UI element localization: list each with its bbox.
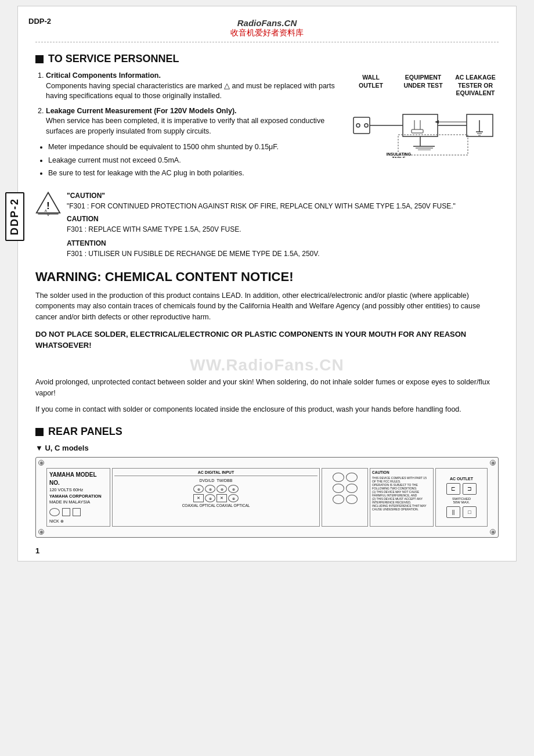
warning-triangle-icon: ! A V: [35, 190, 61, 216]
uc-models-label: U, C models: [35, 444, 499, 452]
panel-caution-block: CAUTION THIS DEVICE COMPLIES WITH PART 1…: [370, 468, 434, 527]
rear-panels-title: REAR PANELS: [35, 426, 499, 438]
tw-label: TW/DBB: [217, 478, 232, 483]
item2-heading: Leakage Current Measurement (For 120V Mo…: [46, 107, 237, 115]
attention-code: F301: [67, 250, 82, 258]
warning-para3: Avoid prolonged, unprotected contact bet…: [35, 377, 499, 399]
item2-text: When service has been completed, it is i…: [46, 117, 324, 135]
conn7: ✕: [217, 494, 227, 502]
model-label-top: DDP-2: [28, 17, 51, 26]
panel-caution-text: THIS DEVICE COMPLIES WITH PART 15 OF THE…: [372, 476, 431, 511]
yamaha-voltage: 120 VOLTS 60Hz: [49, 487, 107, 494]
site-subtitle: 收音机爱好者资料库: [35, 28, 499, 38]
bullet-3: Be sure to test for leakage with the AC …: [48, 168, 336, 179]
ac-outlet-label: AC OUTLET: [450, 477, 473, 481]
outlet-socket1: ⊏: [446, 483, 460, 495]
warning-caps-text: DO NOT PLACE SOLDER, ELECTRICAL/ELECTRON…: [35, 329, 499, 351]
uc-models-text: U, C models: [45, 444, 88, 452]
yamaha-info-block: YAMAHA MODEL NO. 120 VOLTS 60Hz YAMAHA C…: [46, 468, 110, 527]
rear-panel-diagram: ⊕ ⊕ ⊕ ⊕ YAMAHA MODEL NO. 120 VOLTS 60Hz …: [35, 457, 499, 538]
rear-section-icon: [35, 428, 44, 436]
digital-input-block: AC DIGITAL INPUT DVD/LD TW/DBB ⊕ ⊕ ⊕ ⊕ ✕: [112, 468, 320, 527]
svg-rect-7: [412, 129, 423, 133]
dvd-label: DVD/LD: [200, 478, 215, 483]
ac-outlet-block: AC OUTLET ⊏ ⊐ SWITCHED50W MAX. || □: [435, 468, 488, 527]
list-item-2: Leakage Current Measurement (For 120V Mo…: [46, 106, 336, 137]
bullet-1: Meter impedance should be equivalent to …: [48, 142, 336, 153]
outlet-s4: □: [463, 506, 477, 518]
bullet-2: Leakage current must not exceed 0.5mA.: [48, 156, 336, 166]
jack1: [333, 473, 344, 482]
ac-outlet-spec: SWITCHED50W MAX.: [452, 497, 471, 504]
yamaha-origin: MADE IN MALAYSIA: [49, 499, 107, 506]
jack4: [346, 484, 358, 493]
jack3: [333, 484, 344, 493]
diag-label-tester: AC LEAKAGETESTER OREQUIVALENT: [455, 74, 496, 98]
warning-para4: If you come in contact with solder or co…: [35, 404, 499, 415]
page-header: RadioFans.CN 收音机爱好者资料库: [35, 18, 499, 42]
caution-quoted-text: "F301 : FOR CONTINUED PROTECTION AGAINST…: [67, 201, 456, 211]
diag-label-wall: WALLOUTLET: [351, 74, 391, 98]
conn5: ✕: [193, 494, 204, 502]
diagram-top-labels: WALLOUTLET EQUIPMENTUNDER TEST AC LEAKAG…: [351, 74, 496, 98]
jack2: [346, 473, 358, 482]
diag-label-eut: EQUIPMENTUNDER TEST: [403, 74, 443, 98]
warning-para1: The solder used in the production of thi…: [35, 290, 499, 323]
rear-panels-section: REAR PANELS U, C models ⊕ ⊕ ⊕ ⊕ YAMAHA M…: [35, 426, 499, 538]
conn4: ⊕: [228, 485, 239, 493]
outlet-s3: ||: [446, 506, 460, 518]
dvd-tw-row: DVD/LD TW/DBB: [114, 478, 317, 483]
caution-code: F301: [67, 225, 82, 233]
conn8: ⊕: [228, 494, 239, 502]
service-text-area: Critical Components Information. Compone…: [35, 71, 336, 183]
screw-tr: ⊕: [490, 460, 496, 466]
jack6: [346, 495, 358, 504]
bullet-list: Meter impedance should be equivalent to …: [35, 142, 336, 179]
attention-text: F301 : UTILISER UN FUSIBLE DE RECHANGE D…: [67, 249, 456, 259]
conn6: ⊕: [205, 494, 215, 502]
connector-sq2: [73, 508, 81, 516]
item1-text: Components having special characteristic…: [46, 82, 335, 100]
caution-block: ! A V "CAUTION" "F301 : FOR CONTINUED PR…: [35, 190, 499, 259]
screw-tl: ⊕: [38, 460, 44, 466]
caution-detail: : REPLACE WITH SAME TYPE 1.5A, 250V FUSE…: [85, 225, 241, 233]
svg-text:TABLE: TABLE: [392, 156, 406, 158]
connector-grid: ⊕ ⊕ ⊕ ⊕ ✕ ⊕ ✕ ⊕: [114, 485, 317, 502]
connector-square: [62, 508, 70, 516]
list-item-1: Critical Components Information. Compone…: [46, 71, 336, 102]
screw-bl: ⊕: [38, 529, 44, 535]
yamaha-corp: YAMAHA CORPORATION: [49, 494, 107, 500]
connector-circle: [49, 508, 60, 516]
connector-grid-inner: ⊕ ⊕ ⊕ ⊕ ✕ ⊕ ✕ ⊕: [193, 485, 239, 502]
conn1: ⊕: [193, 485, 204, 493]
outlet-socket2: ⊐: [463, 483, 477, 495]
svg-text:INSULATING: INSULATING: [387, 152, 412, 156]
warning-title: WARNING: CHEMICAL CONTENT NOTICE!: [35, 269, 499, 285]
side-model-label: DDP-2: [5, 192, 24, 241]
diagram-box: WALLOUTLET EQUIPMENTUNDER TEST AC LEAKAG…: [348, 71, 499, 162]
caution-main-text: F301 : REPLACE WITH SAME TYPE 1.5A, 250V…: [67, 224, 456, 235]
item1-heading: Critical Components Information.: [46, 71, 161, 80]
watermark-text: WW.RadioFans.CN: [35, 356, 499, 375]
yamaha-brand: YAMAHA MODEL NO.: [49, 471, 107, 487]
page: RadioFans.CN 收音机爱好者资料库 DDP-2 DDP-2 TO SE…: [17, 6, 517, 561]
leakage-diagram: WALLOUTLET EQUIPMENTUNDER TEST AC LEAKAG…: [348, 71, 499, 162]
section-icon: [35, 55, 44, 63]
circuit-diagram-svg: INSULATING TABLE: [351, 100, 496, 158]
svg-text:!: !: [46, 200, 49, 210]
ac-outlet-sockets2: || □: [446, 506, 477, 518]
site-title: RadioFans.CN: [35, 18, 499, 28]
numbered-list: Critical Components Information. Compone…: [35, 71, 336, 136]
attention-detail: : UTILISER UN FUSIBLE DE RECHANGE DE MEM…: [85, 250, 320, 258]
coaxial-optical-labels: COAXIAL OPTICAL COAXIAL OPTICAL: [114, 503, 317, 507]
caution-text-content: "CAUTION" "F301 : FOR CONTINUED PROTECTI…: [67, 190, 456, 259]
audio-jacks: [333, 473, 358, 504]
conn3: ⊕: [217, 485, 227, 493]
caution-quoted-label: "CAUTION": [67, 190, 456, 201]
yamaha-small-text: NICK ⊕: [49, 519, 107, 524]
audio-input-block: [322, 468, 368, 527]
svg-rect-0: [353, 117, 370, 134]
page-number: 1: [35, 546, 39, 555]
conn2: ⊕: [205, 485, 215, 493]
caution-main-label: CAUTION: [67, 214, 456, 224]
